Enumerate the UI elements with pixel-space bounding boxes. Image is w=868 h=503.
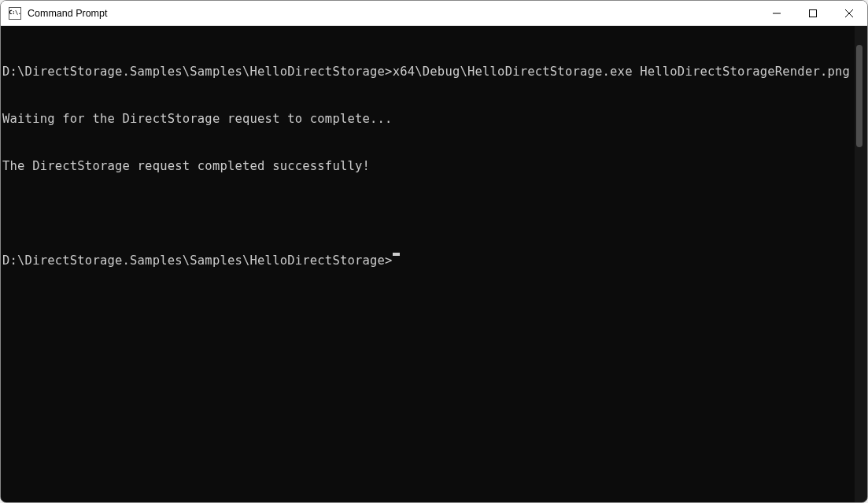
close-icon xyxy=(845,9,853,17)
titlebar[interactable]: C:\. Command Prompt xyxy=(1,1,867,26)
terminal-prompt: D:\DirectStorage.Samples\Samples\HelloDi… xyxy=(2,253,393,268)
window-controls xyxy=(759,1,867,25)
command-prompt-window: C:\. Command Prompt D xyxy=(0,0,868,503)
terminal-line: The DirectStorage request completed succ… xyxy=(2,158,853,174)
app-icon-glyph: C:\. xyxy=(9,10,21,16)
terminal-prompt-line: D:\DirectStorage.Samples\Samples\HelloDi… xyxy=(2,253,853,268)
terminal-line: Waiting for the DirectStorage request to… xyxy=(2,111,853,127)
terminal-line xyxy=(2,205,853,221)
terminal-cursor xyxy=(393,253,400,256)
close-button[interactable] xyxy=(831,1,867,25)
terminal-line: D:\DirectStorage.Samples\Samples\HelloDi… xyxy=(2,64,853,80)
terminal-output[interactable]: D:\DirectStorage.Samples\Samples\HelloDi… xyxy=(1,26,855,502)
scrollbar-thumb[interactable] xyxy=(856,45,862,147)
svg-rect-1 xyxy=(810,9,817,17)
minimize-icon xyxy=(773,9,781,17)
scrollbar-track[interactable] xyxy=(855,26,867,502)
terminal-container: D:\DirectStorage.Samples\Samples\HelloDi… xyxy=(1,26,867,502)
app-icon: C:\. xyxy=(9,7,21,20)
minimize-button[interactable] xyxy=(759,1,795,25)
window-title: Command Prompt xyxy=(28,8,759,19)
maximize-icon xyxy=(809,9,817,17)
maximize-button[interactable] xyxy=(795,1,831,25)
